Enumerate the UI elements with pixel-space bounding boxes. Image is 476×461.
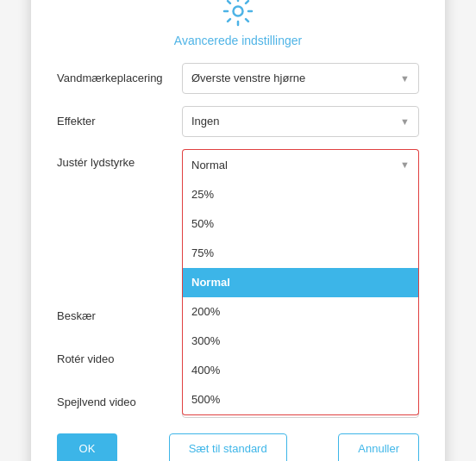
spejlvend-label: Spejlvend video (57, 396, 182, 408)
dropdown-item[interactable]: 25% (183, 180, 418, 209)
lydstyrke-select[interactable]: Normal ▼ (182, 149, 419, 180)
set-default-button[interactable]: Sæt til standard (169, 433, 287, 462)
dropdown-item[interactable]: 200% (183, 297, 418, 327)
vandmaerke-select-wrap: Øverste venstre hjørne ▼ (182, 63, 419, 94)
dialog-header: Avancerede indstillinger (57, 0, 419, 47)
lydstyrke-chevron-icon: ▼ (400, 159, 410, 170)
dropdown-item[interactable]: 75% (183, 239, 418, 268)
lydstyrke-dropdown: 25%50%75%Normal200%300%400%500% (182, 180, 419, 415)
lydstyrke-row: Justér lydstyrke Normal ▼ 25%50%75%Norma… (57, 149, 419, 180)
advanced-settings-dialog: Avancerede indstillinger Vandmærkeplacer… (31, 0, 445, 461)
cancel-button[interactable]: Annuller (338, 433, 419, 462)
dropdown-item[interactable]: Normal (183, 268, 418, 297)
vandmaerke-chevron-icon: ▼ (400, 73, 410, 84)
effekter-label: Effekter (57, 115, 182, 128)
vandmaerke-label: Vandmærkeplacering (57, 72, 182, 84)
beskær-label: Beskær (57, 309, 182, 322)
vandmaerke-select[interactable]: Øverste venstre hjørne ▼ (182, 63, 419, 94)
effekter-select-wrap: Ingen ▼ (182, 106, 419, 137)
ok-button[interactable]: OK (57, 433, 117, 462)
svg-point-0 (234, 6, 243, 16)
gear-icon (222, 0, 254, 30)
effekter-row: Effekter Ingen ▼ (57, 106, 419, 137)
effekter-value: Ingen (191, 115, 220, 128)
dialog-footer: OK Sæt til standard Annuller (57, 433, 419, 462)
dropdown-item[interactable]: 50% (183, 209, 418, 239)
vandmaerke-value: Øverste venstre hjørne (191, 72, 305, 84)
lydstyrke-label: Justér lydstyrke (57, 149, 182, 169)
dropdown-item[interactable]: 300% (183, 327, 418, 356)
roter-label: Rotér video (57, 352, 182, 365)
lydstyrke-select-wrap: Normal ▼ 25%50%75%Normal200%300%400%500% (182, 149, 419, 180)
dropdown-item[interactable]: 500% (183, 385, 418, 414)
vandmaerke-row: Vandmærkeplacering Øverste venstre hjørn… (57, 63, 419, 94)
dropdown-item[interactable]: 400% (183, 356, 418, 385)
effekter-chevron-icon: ▼ (400, 116, 410, 127)
lydstyrke-value: Normal (191, 159, 228, 171)
dialog-title: Avancerede indstillinger (174, 34, 302, 47)
effekter-select[interactable]: Ingen ▼ (182, 106, 419, 137)
